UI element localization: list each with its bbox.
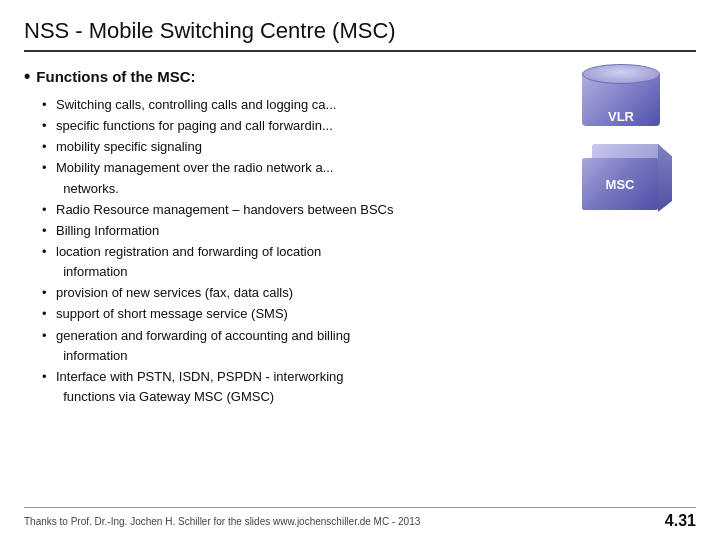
list-item: support of short message service (SMS) xyxy=(42,304,552,324)
title-area: NSS - Mobile Switching Centre (MSC) xyxy=(24,18,696,52)
list-item: Billing Information xyxy=(42,221,552,241)
list-item: location registration and forwarding of … xyxy=(42,242,552,282)
msc-diagram: MSC xyxy=(582,144,672,216)
text-content: • Functions of the MSC: Switching calls,… xyxy=(24,66,552,408)
list-item: Radio Resource management – handovers be… xyxy=(42,200,552,220)
list-item: mobility specific signaling xyxy=(42,137,552,157)
vlr-label: VLR xyxy=(582,109,660,124)
information-text: information xyxy=(63,264,127,279)
list-item: specific functions for paging and call f… xyxy=(42,116,552,136)
bullet-list: Switching calls, controlling calls and l… xyxy=(24,95,552,407)
list-item: Mobility management over the radio netwo… xyxy=(42,158,552,198)
list-item: Switching calls, controlling calls and l… xyxy=(42,95,552,115)
footer: Thanks to Prof. Dr.-Ing. Jochen H. Schil… xyxy=(24,507,696,530)
msc-label: MSC xyxy=(606,177,635,192)
slide-title: NSS - Mobile Switching Centre (MSC) xyxy=(24,18,696,44)
list-item: Interface with PSTN, ISDN, PSPDN - inter… xyxy=(42,367,552,407)
bullet-symbol: • xyxy=(24,66,30,87)
functions-header: • Functions of the MSC: xyxy=(24,66,552,87)
main-content: • Functions of the MSC: Switching calls,… xyxy=(24,66,696,408)
footer-number: 4.31 xyxy=(665,512,696,530)
vlr-diagram: VLR xyxy=(582,62,662,132)
slide-page: NSS - Mobile Switching Centre (MSC) • Fu… xyxy=(0,0,720,540)
list-item: generation and forwarding of accounting … xyxy=(42,326,552,366)
list-item: provision of new services (fax, data cal… xyxy=(42,283,552,303)
footer-text: Thanks to Prof. Dr.-Ing. Jochen H. Schil… xyxy=(24,516,420,527)
diagram-area: VLR MSC xyxy=(552,62,692,216)
functions-label: Functions of the MSC: xyxy=(36,68,195,85)
